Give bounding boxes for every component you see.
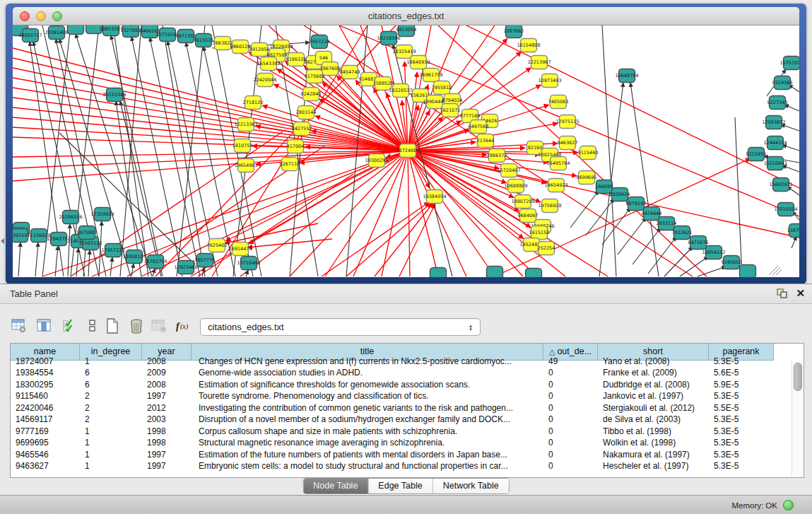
graph-node[interactable]: [430, 268, 447, 278]
network-canvas[interactable]: 1405571720391406106532871527002946616310…: [13, 25, 799, 277]
table-cell[interactable]: 9463627: [11, 460, 80, 472]
table-cell[interactable]: 5.5E-5: [709, 402, 774, 414]
graph-node[interactable]: 9245052: [722, 256, 742, 269]
graph-node[interactable]: 14055717: [18, 29, 42, 42]
graph-node[interactable]: 417004: [287, 140, 305, 153]
graph-node[interactable]: 20206556: [59, 211, 82, 224]
graph-edge[interactable]: [784, 105, 799, 111]
graph-node[interactable]: 12213967: [527, 56, 551, 69]
table-selector-dropdown[interactable]: citations_edges.txt ▴▾: [200, 318, 481, 336]
graph-node[interactable]: 15692971: [769, 178, 792, 192]
table-cell[interactable]: 1: [80, 449, 142, 461]
graph-node[interactable]: 19756928: [538, 199, 561, 213]
table-cell[interactable]: 0: [543, 460, 598, 472]
graph-node[interactable]: 6497568: [469, 120, 489, 134]
table-cell[interactable]: 1: [80, 426, 142, 438]
graph-node[interactable]: 16543392: [257, 57, 280, 71]
table-cell[interactable]: Changes of HCN gene expression and I(f) …: [192, 356, 543, 368]
close-panel-icon[interactable]: ✕: [796, 287, 805, 300]
graph-node[interactable]: 20153346: [102, 88, 126, 102]
graph-edge[interactable]: [346, 203, 431, 276]
graph-node[interactable]: 12213363: [234, 118, 257, 132]
graph-node[interactable]: 1167533: [787, 224, 799, 238]
graph-node[interactable]: 9463627: [558, 136, 578, 150]
table-cell[interactable]: Franke et al. (2009): [598, 367, 709, 379]
graph-node[interactable]: 9175685: [305, 70, 325, 83]
graph-edge[interactable]: [240, 151, 408, 276]
table-cell[interactable]: 1997: [142, 449, 192, 461]
graph-edge[interactable]: [35, 243, 38, 276]
graph-node[interactable]: 1621072: [440, 104, 461, 117]
table-cell[interactable]: 6: [80, 367, 142, 379]
graph-edge[interactable]: [322, 202, 429, 276]
table-cell[interactable]: 5.3E-5: [709, 449, 774, 461]
table-cell[interactable]: 2: [80, 414, 142, 426]
table-cell[interactable]: Estimation of the future numbers of pati…: [192, 449, 543, 461]
graph-node[interactable]: 18807299: [511, 195, 534, 209]
graph-node[interactable]: 8186328: [286, 53, 307, 66]
graph-edge[interactable]: [13, 48, 408, 151]
graph-node[interactable]: 10654112: [702, 246, 725, 259]
table-cell[interactable]: 0: [543, 379, 598, 391]
graph-node[interactable]: 15751074: [779, 57, 799, 70]
table-cell[interactable]: Stergiakouli et al. (2012): [598, 402, 709, 414]
table-cell[interactable]: Tourette syndrome. Phenomenology and cla…: [192, 390, 543, 402]
graph-edge[interactable]: [247, 239, 332, 247]
graph-node[interactable]: 7957224: [310, 35, 330, 49]
table-cell[interactable]: 5.3E-5: [709, 460, 774, 472]
graph-node[interactable]: 10210643: [763, 157, 787, 170]
graph-node[interactable]: 10973493: [538, 74, 561, 88]
graph-node[interactable]: 7615526: [194, 34, 214, 47]
graph-edge[interactable]: [735, 117, 742, 276]
table-cell[interactable]: 14569117: [11, 414, 80, 426]
tab-edge-table[interactable]: Edge Table: [368, 479, 433, 493]
table-cell[interactable]: 2008: [142, 356, 192, 368]
graph-node[interactable]: 9975887: [77, 226, 98, 240]
table-cell[interactable]: Disruption of a novel member of a sodium…: [192, 414, 543, 426]
table-scrollbar[interactable]: [792, 361, 803, 476]
table-cell[interactable]: 1997: [142, 390, 192, 402]
graph-edge[interactable]: [632, 228, 661, 264]
graph-node[interactable]: 18220537: [389, 84, 412, 98]
table-cell[interactable]: 0: [543, 367, 598, 379]
graph-edge[interactable]: [438, 25, 707, 276]
graph-edge[interactable]: [782, 165, 799, 172]
graph-node[interactable]: 10688809: [504, 180, 527, 193]
graph-node[interactable]: 7955812: [432, 81, 452, 95]
graph-node[interactable]: 8427552: [292, 122, 312, 136]
graph-node[interactable]: 8215955: [746, 148, 767, 161]
graph-node[interactable]: 19654903: [234, 159, 257, 173]
tab-node-table[interactable]: Node Table: [303, 479, 368, 493]
graph-node[interactable]: 9227343: [767, 96, 788, 110]
table-cell[interactable]: 0: [543, 437, 598, 449]
table-cell[interactable]: 0: [543, 390, 598, 402]
graph-node[interactable]: 16914479: [228, 243, 252, 256]
graph-node[interactable]: 1527002: [121, 25, 141, 37]
graph-node[interactable]: 8938924: [610, 188, 630, 201]
graph-node[interactable]: 9857771: [195, 254, 216, 267]
graph-node[interactable]: 2087662: [504, 25, 524, 38]
table-cell[interactable]: 0: [543, 414, 598, 426]
graph-node[interactable]: 17957223: [101, 244, 124, 257]
table-cell[interactable]: Hescheler et al. (1997): [598, 460, 709, 472]
table-cell[interactable]: 9465546: [11, 449, 80, 461]
resize-grip-icon[interactable]: [772, 267, 780, 275]
graph-node[interactable]: 18640910: [406, 56, 430, 69]
citation-network-graph[interactable]: 1405571720391406106532871527002946616310…: [13, 25, 799, 277]
graph-node[interactable]: 12975115: [555, 115, 579, 129]
table-cell[interactable]: 2: [80, 390, 142, 402]
table-cell[interactable]: 1997: [142, 460, 192, 472]
table-mode-button[interactable]: [8, 315, 30, 337]
table-cell[interactable]: Dudbridge et al. (2008): [598, 379, 709, 391]
graph-node[interactable]: 1810755: [233, 139, 253, 153]
graph-node[interactable]: 9242848: [301, 88, 322, 101]
graph-node[interactable]: 22420046: [253, 74, 276, 87]
graph-edge[interactable]: [325, 151, 408, 276]
show-columns-button[interactable]: [34, 315, 55, 337]
table-cell[interactable]: Embryonic stem cells: a model to study s…: [192, 460, 543, 472]
table-cell[interactable]: Structural magnetic resonance image aver…: [192, 437, 543, 449]
graph-node[interactable]: 39159: [13, 229, 28, 243]
graph-node[interactable]: 15720407: [497, 164, 520, 177]
table-cell[interactable]: 5.6E-5: [709, 367, 774, 379]
graph-node[interactable]: 9115460: [578, 146, 599, 160]
